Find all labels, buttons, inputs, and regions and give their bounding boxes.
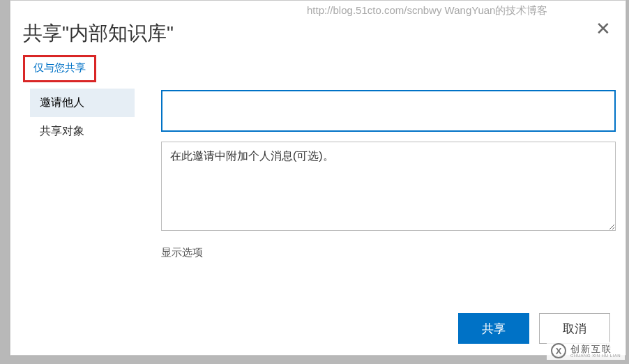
recipients-input[interactable] bbox=[161, 90, 616, 132]
share-status-highlight: 仅与您共享 bbox=[23, 55, 96, 82]
share-button[interactable]: 共享 bbox=[458, 313, 529, 344]
sidebar: 邀请他人 共享对象 bbox=[30, 89, 135, 146]
brand-name-en: CHUANG XIN HU LIAN bbox=[570, 354, 621, 358]
share-dialog: 共享"内部知识库" ✕ 仅与您共享 邀请他人 共享对象 显示选项 共享 取消 bbox=[10, 0, 626, 356]
message-textarea[interactable] bbox=[161, 142, 616, 231]
button-row: 共享 取消 bbox=[458, 313, 610, 344]
show-options-link[interactable]: 显示选项 bbox=[161, 246, 616, 259]
dialog-title: 共享"内部知识库" bbox=[23, 20, 174, 47]
share-status-link[interactable]: 仅与您共享 bbox=[33, 61, 86, 73]
brand-logo-icon: X bbox=[551, 343, 566, 358]
brand-name-cn: 创新互联 bbox=[570, 344, 621, 354]
brand-watermark: X 创新互联 CHUANG XIN HU LIAN bbox=[547, 342, 625, 360]
main-panel: 显示选项 bbox=[161, 90, 616, 259]
close-icon: ✕ bbox=[596, 18, 611, 40]
brand-text: 创新互联 CHUANG XIN HU LIAN bbox=[570, 344, 621, 358]
sidebar-item-shared-with[interactable]: 共享对象 bbox=[30, 117, 135, 146]
sidebar-item-invite[interactable]: 邀请他人 bbox=[30, 89, 135, 117]
cancel-button[interactable]: 取消 bbox=[539, 313, 610, 344]
close-button[interactable]: ✕ bbox=[595, 20, 612, 37]
